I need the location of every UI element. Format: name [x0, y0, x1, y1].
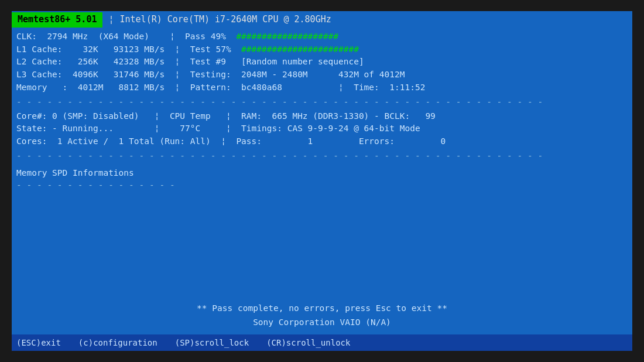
spd-underline: - - - - - - - - - - - - - - - -	[16, 179, 628, 192]
title-separator: ¦	[102, 13, 119, 26]
pass-message: ** Pass complete, no errors, press Esc t…	[12, 301, 632, 316]
test-hashes: #######################	[241, 45, 359, 54]
title-bar: Memtest86+ 5.01 ¦ Intel(R) Core(TM) i7-2…	[12, 11, 632, 29]
cores-line: Cores: 1 Active / 1 Total (Run: All) ¦ P…	[16, 135, 628, 148]
app-title: Memtest86+ 5.01	[12, 12, 102, 28]
status-config[interactable]: (c)configuration	[78, 337, 157, 349]
pass-hashes: ####################	[236, 32, 338, 41]
status-esc[interactable]: (ESC)exit	[16, 337, 61, 349]
cpu-title: Intel(R) Core(TM) i7-2640M CPU @ 2.80GHz	[120, 13, 331, 26]
status-scroll-lock[interactable]: (SP)scroll_lock	[175, 337, 249, 349]
status-bar: (ESC)exit (c)configuration (SP)scroll_lo…	[12, 334, 632, 351]
divider-2: - - - - - - - - - - - - - - - - - - - - …	[12, 150, 632, 162]
memory-line: Memory : 4012M 8812 MB/s ¦ Pattern: bc48…	[16, 81, 628, 94]
core-line: Core#: 0 (SMP: Disabled) ¦ CPU Temp ¦ RA…	[16, 110, 628, 123]
divider-1: - - - - - - - - - - - - - - - - - - - - …	[12, 96, 632, 108]
clk-line: CLK: 2794 MHz (X64 Mode) ¦ Pass 49% ####…	[16, 30, 628, 43]
state-line: State: - Running... ¦ 77°C ¦ Timings: CA…	[16, 122, 628, 135]
system-info-block: CLK: 2794 MHz (X64 Mode) ¦ Pass 49% ####…	[12, 29, 632, 96]
spd-section: Memory SPD Informations - - - - - - - - …	[12, 162, 632, 192]
bottom-message: ** Pass complete, no errors, press Esc t…	[12, 301, 632, 330]
spd-title: Memory SPD Informations	[16, 167, 628, 179]
brand-message: Sony Corporation VAIO (N/A)	[12, 315, 632, 330]
status-scroll-unlock[interactable]: (CR)scroll_unlock	[266, 337, 350, 349]
cpu-info-block: Core#: 0 (SMP: Disabled) ¦ CPU Temp ¦ RA…	[12, 108, 632, 150]
l1-line: L1 Cache: 32K 93123 MB/s ¦ Test 57% ####…	[16, 43, 628, 56]
screen: Memtest86+ 5.01 ¦ Intel(R) Core(TM) i7-2…	[12, 11, 632, 351]
l2-line: L2 Cache: 256K 42328 MB/s ¦ Test #9 [Ran…	[16, 56, 628, 69]
l3-line: L3 Cache: 4096K 31746 MB/s ¦ Testing: 20…	[16, 69, 628, 81]
